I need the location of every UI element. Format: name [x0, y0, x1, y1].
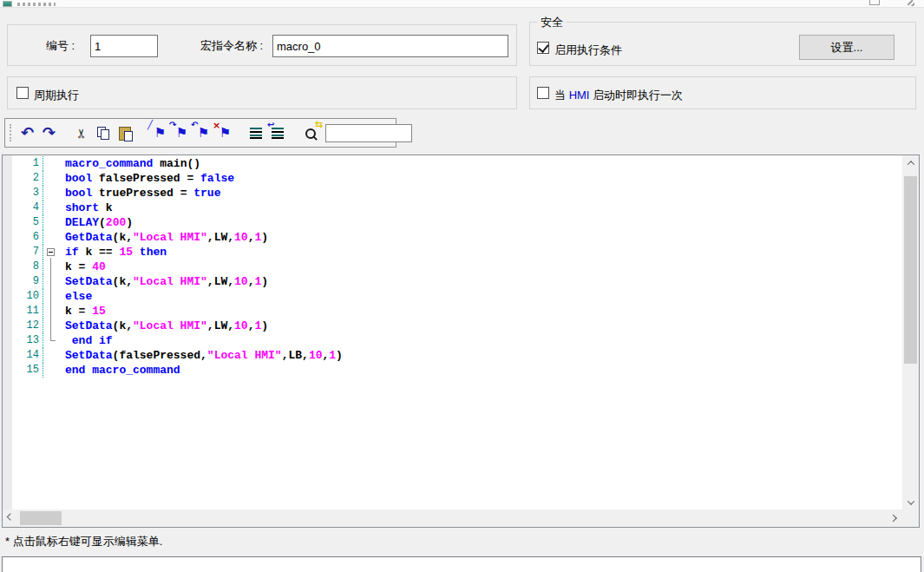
vertical-scroll-thumb[interactable]: [904, 176, 917, 364]
line-number: 1: [12, 156, 43, 171]
fold-column: [43, 260, 61, 274]
fold-column: [43, 201, 61, 215]
fold-line-end: [50, 333, 56, 341]
search-input[interactable]: [325, 124, 412, 142]
paste-icon[interactable]: [115, 122, 136, 144]
paste-icon: [119, 126, 132, 140]
scroll-up-button[interactable]: [902, 155, 919, 170]
scroll-right-button[interactable]: [887, 510, 902, 527]
undo-icon[interactable]: ↶: [16, 122, 38, 144]
overlay-glyph: ↶: [191, 120, 198, 129]
overlay-glyph: ⇆: [315, 119, 323, 130]
fold-line: [50, 274, 51, 289]
scroll-down-button[interactable]: [902, 495, 919, 510]
bookmark-prev-icon[interactable]: ⚑↶: [191, 122, 213, 144]
code-text: k = 40: [61, 260, 106, 274]
line-number: 2: [12, 171, 43, 186]
code-text: bool truePressed = true: [61, 186, 220, 201]
code-text: short k: [61, 201, 113, 215]
periodic-group: 周期执行: [7, 76, 517, 109]
code-editor[interactable]: 1macro_command main()2bool falsePressed …: [2, 155, 920, 528]
fold-column: [43, 171, 61, 186]
line-number: 8: [12, 260, 43, 274]
selection-margin: [3, 155, 12, 510]
code-text: SetData(falsePressed,"Local HMI",LB,10,1…: [61, 348, 343, 363]
fold-column: [43, 230, 61, 245]
periodic-checkbox[interactable]: [16, 87, 29, 99]
code-line: 1macro_command main(): [12, 156, 902, 171]
status-note: * 点击鼠标右键可显示编辑菜单.: [5, 534, 162, 549]
statement-list-icon[interactable]: [246, 122, 267, 144]
titlebar: [0, 0, 924, 8]
code-text: end if: [61, 333, 113, 348]
toolbar-grip[interactable]: [10, 124, 11, 141]
security-group: 安全 启用执行条件 设置...: [529, 22, 916, 66]
line-number: 7: [12, 245, 43, 260]
fold-line: [50, 319, 51, 333]
scroll-left-button[interactable]: [3, 510, 18, 527]
fold-column: [43, 319, 61, 333]
code-line: 8k = 40: [12, 260, 902, 274]
macro-id-group: 编号 : 宏指令名称 :: [7, 24, 517, 66]
settings-button[interactable]: 设置...: [799, 35, 895, 60]
fold-collapse-button[interactable]: [47, 248, 55, 256]
copy-icon: [97, 127, 110, 139]
find-replace-icon[interactable]: ⇆: [300, 122, 322, 144]
maximize-button[interactable]: [869, 0, 880, 5]
chevron-up-icon: [907, 161, 914, 168]
vertical-scrollbar[interactable]: [902, 155, 919, 510]
line-number: 6: [12, 230, 43, 245]
macro-id-input[interactable]: [90, 35, 158, 57]
code-text: bool falsePressed = false: [61, 171, 234, 186]
code-text: macro_command main(): [61, 156, 200, 171]
code-line: 5DELAY(200): [12, 215, 902, 230]
bookmark-next-icon[interactable]: ⚑↷: [169, 122, 191, 144]
code-text: end macro_command: [61, 363, 180, 378]
window-edge-grip[interactable]: [907, 0, 914, 6]
line-number: 5: [12, 215, 43, 230]
fold-column: [43, 348, 61, 363]
macro-id-label: 编号 :: [46, 38, 75, 54]
bookmark-toggle-icon[interactable]: ⚑╱: [147, 122, 169, 144]
redo-icon: ↷: [43, 125, 56, 141]
code-text: k = 15: [61, 304, 106, 319]
code-line: 12SetData(k,"Local HMI",LW,10,1): [12, 319, 902, 333]
code-line: 13 end if: [12, 333, 902, 348]
copy-icon[interactable]: [93, 122, 115, 144]
fold-line: [50, 304, 51, 319]
code-line: 4short k: [12, 201, 902, 215]
code-text: SetData(k,"Local HMI",LW,10,1): [61, 274, 268, 289]
insert-statement-icon[interactable]: ↩: [267, 122, 289, 144]
code-text: GetData(k,"Local HMI",LW,10,1): [61, 230, 268, 245]
cut-icon: ✂: [75, 128, 88, 139]
line-number: 4: [12, 201, 43, 215]
bookmark-clear-icon[interactable]: ⚑×: [213, 122, 234, 144]
code-area[interactable]: 1macro_command main()2bool falsePressed …: [3, 155, 902, 510]
code-line: 2bool falsePressed = false: [12, 171, 902, 186]
line-number: 14: [12, 348, 43, 363]
horizontal-scroll-thumb[interactable]: [20, 511, 62, 525]
overlay-glyph: ×: [213, 120, 220, 131]
code-line: 11k = 15: [12, 304, 902, 319]
macro-name-input[interactable]: [272, 35, 508, 57]
cut-icon[interactable]: ✂: [71, 122, 93, 144]
hmi-text: HMI: [569, 89, 590, 102]
fold-column: [43, 215, 61, 230]
fold-column: [43, 304, 61, 319]
code-lines: 1macro_command main()2bool falsePressed …: [12, 156, 902, 378]
redo-icon[interactable]: ↷: [38, 122, 60, 144]
line-number: 11: [12, 304, 43, 319]
chevron-left-icon: [7, 513, 14, 520]
line-number: 15: [12, 363, 43, 378]
bookmark-next-icon: ⚑: [176, 127, 187, 140]
fold-column: [43, 186, 61, 201]
startup-checkbox[interactable]: [537, 87, 549, 99]
overlay-glyph: ↩: [267, 120, 274, 129]
app-icon: [3, 1, 12, 7]
enable-condition-checkbox[interactable]: [537, 42, 549, 54]
fold-line: [50, 289, 51, 304]
bookmark-prev-icon: ⚑: [198, 127, 209, 140]
code-line: 14SetData(falsePressed,"Local HMI",LB,10…: [12, 348, 902, 363]
horizontal-scrollbar[interactable]: [3, 510, 902, 527]
fold-column: [43, 289, 61, 304]
